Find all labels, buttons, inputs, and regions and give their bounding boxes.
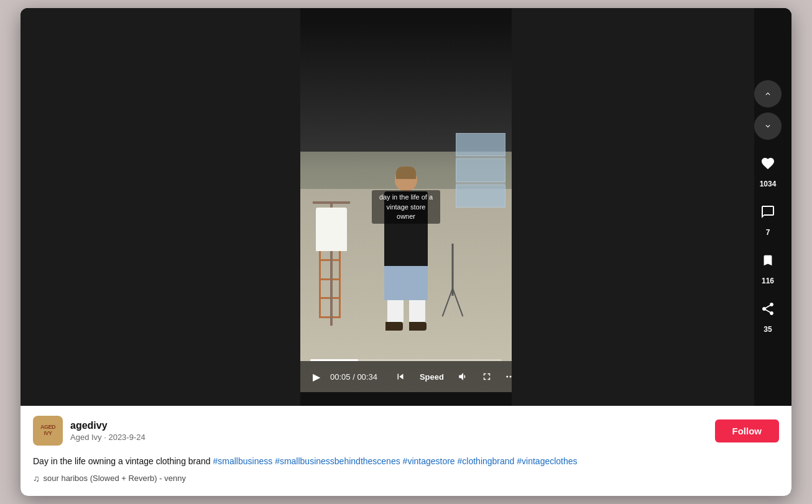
like-group: 1034 [754,150,782,188]
music-track: sour haribos (Slowed + Reverb) - venny [44,474,186,483]
author-info: agedivy Aged Ivy · 2023-9-24 [70,420,708,442]
music-note-icon: ♫ [33,474,40,483]
svg-point-1 [509,376,511,378]
follow-button[interactable]: Follow [715,419,780,442]
play-button[interactable]: ▶ [310,369,323,385]
nav-up-button[interactable] [754,80,782,108]
more-button[interactable] [502,369,512,385]
fullscreen-button[interactable] [479,369,495,385]
bookmark-count: 116 [762,277,774,285]
player-container: day in the life of a vintage store owner… [21,8,791,495]
current-time: 00:05 [330,372,351,382]
scene-ceiling [300,22,512,152]
right-controls: Speed [392,369,512,385]
author-sub: Aged Ivy · 2023-9-24 [70,433,708,442]
comment-group: 7 [754,198,782,237]
share-group: 35 [754,295,782,334]
tripod [443,244,462,318]
share-count: 35 [764,325,772,334]
window-3 [456,185,505,208]
video-caption-overlay: day in the life of a vintage store owner [372,190,440,224]
scene-windows [456,133,505,208]
tag-vintagestore[interactable]: #vintagestore [403,456,455,466]
bookmark-button[interactable] [754,247,782,274]
window-1 [456,133,505,156]
video-frame: day in the life of a vintage store owner… [300,22,512,392]
tag-smallbusinessbehindthescenes[interactable]: #smallbusinessbehindthescenes [275,456,400,466]
comment-button[interactable] [754,198,782,226]
side-actions: 1034 7 116 [754,80,782,334]
rewind-button[interactable] [392,369,408,385]
info-section: AGEDIVY agedivy Aged Ivy · 2023-9-24 Fol… [21,406,791,495]
author-username: agedivy [70,420,708,431]
controls-bar: ▶ 00:05 / 00:34 Speed [300,361,512,392]
like-count: 1034 [760,180,777,188]
video-inner: day in the life of a vintage store owner [300,22,512,392]
tag-smallbusiness[interactable]: #smallbusiness [213,456,273,466]
tag-clothingbrand[interactable]: #clothingbrand [458,456,515,466]
tag-vintageclothes[interactable]: #vintageclothes [517,456,577,466]
blur-right [512,8,754,406]
bookmark-group: 116 [754,247,782,285]
time-display: 00:05 / 00:34 [330,372,377,382]
blur-left [21,8,300,406]
window-2 [456,158,505,181]
clothing-rack [313,201,350,326]
avatar-text: AGEDIVY [40,424,55,437]
svg-point-0 [506,376,508,378]
total-time: 00:34 [357,372,377,382]
music-row: ♫ sour haribos (Slowed + Reverb) - venny [33,474,779,483]
avatar: AGEDIVY [33,416,63,446]
comment-count: 7 [766,228,770,237]
speed-button[interactable]: Speed [416,370,448,384]
caption-row: Day in the life owning a vintage clothin… [33,454,779,468]
like-button[interactable] [754,150,782,177]
caption-text: Day in the life owning a vintage clothin… [33,456,213,466]
volume-button[interactable] [455,369,471,385]
share-button[interactable] [754,295,782,323]
author-row: AGEDIVY agedivy Aged Ivy · 2023-9-24 Fol… [33,416,779,446]
nav-down-button[interactable] [754,112,782,140]
video-area: day in the life of a vintage store owner… [21,8,791,406]
